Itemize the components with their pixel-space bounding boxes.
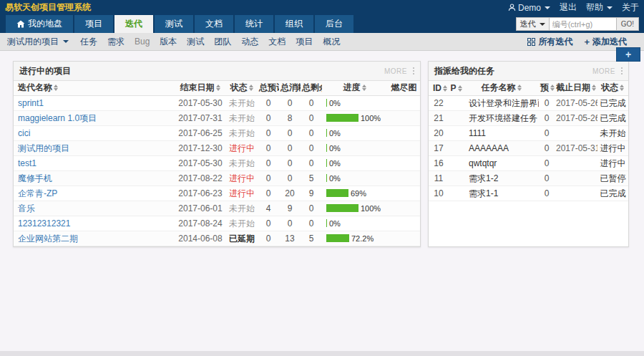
task-name-link[interactable]: 1111 (469, 128, 486, 138)
column-header[interactable]: 状态 (597, 81, 628, 95)
panel-title: 进行中的项目 (19, 65, 71, 77)
all-iterations-button[interactable]: 所有迭代 (527, 36, 572, 48)
nav-tab[interactable]: 文档 (195, 15, 233, 33)
toolbar-item[interactable]: 动态 (241, 37, 258, 47)
total-left-cell: 5 (301, 170, 322, 186)
more-link[interactable]: MORE (592, 67, 615, 75)
column-header[interactable]: 进度 (322, 81, 388, 95)
search-input[interactable] (550, 17, 617, 31)
search-module-label: 迭代 (520, 19, 536, 29)
logout-link[interactable]: 退出 (560, 1, 577, 14)
end-date-cell: 2017-08-24 (175, 216, 226, 231)
toolbar-item[interactable]: 测试 (187, 37, 204, 47)
task-name-link[interactable]: 设计登录和注册界面 (469, 98, 539, 108)
column-header[interactable]: ID (429, 81, 449, 95)
toolbar-item[interactable]: Bug (135, 37, 150, 47)
sort-icon (517, 85, 522, 91)
iteration-name-cell: test1 (14, 155, 175, 170)
table-row: 17AAAAAAA02017-05-31进行中 (429, 140, 628, 155)
nav-tab[interactable]: 测试 (155, 15, 193, 33)
user-menu[interactable]: Demo (508, 3, 550, 13)
app-window: 易软天创项目管理系统 Demo 退出 帮助 关于 我的地盘项目迭代测试文档统计组… (0, 0, 644, 356)
toolbar-item[interactable]: 版本 (160, 37, 177, 47)
column-header[interactable]: 状态 (226, 81, 258, 95)
total-estimate-cell: 0 (258, 186, 279, 201)
toolbar-item[interactable]: 概况 (323, 37, 340, 47)
deadline-cell (555, 170, 597, 186)
toolbar-item[interactable]: 项目 (296, 37, 313, 47)
table-row: maggielearn 1.0项目2017-07-31未开始080100% (14, 110, 420, 125)
task-name-link[interactable]: AAAAAAA (469, 143, 509, 153)
progress-bar (326, 144, 327, 152)
task-estimate-cell: 0 (539, 140, 555, 155)
panel-menu-icon[interactable] (413, 67, 414, 75)
toolbar-item[interactable]: 文档 (268, 37, 286, 47)
column-header[interactable]: 迭代名称 (14, 81, 175, 95)
iteration-name-link[interactable]: test1 (18, 158, 36, 168)
total-left-cell: 0 (301, 201, 322, 216)
toolbar-item[interactable]: 任务 (80, 37, 97, 47)
column-header[interactable]: P (449, 81, 464, 95)
total-consumed-cell: 0 (279, 140, 301, 155)
nav-tabs: 我的地盘项目迭代测试文档统计组织后台 (6, 15, 353, 33)
task-id-cell: 21 (429, 110, 449, 125)
table-row: 魔修手机2017-08-22进行中0050% (14, 170, 420, 186)
project-dropdown[interactable]: 测试用的项目 (7, 36, 69, 48)
add-panel-button[interactable]: + (616, 47, 640, 62)
iteration-name-link[interactable]: 音乐 (18, 203, 35, 213)
task-name-link[interactable]: qwtqtqr (469, 158, 497, 168)
search-go-button[interactable]: GO! (617, 17, 639, 31)
nav-tab[interactable]: 我的地盘 (6, 15, 73, 33)
nav-tab[interactable]: 迭代 (114, 15, 153, 33)
iteration-name-link[interactable]: 魔修手机 (18, 173, 52, 183)
task-priority-cell (449, 125, 464, 140)
iteration-name-link[interactable]: sprint1 (18, 98, 44, 108)
progress-label: 72.2% (351, 231, 374, 246)
global-search: 迭代 GO! (516, 17, 639, 31)
iteration-name-cell: maggielearn 1.0项目 (14, 110, 175, 125)
end-date-cell: 2014-06-08 (175, 231, 226, 246)
task-name-link[interactable]: 需求1-1 (469, 188, 498, 198)
nav-tab[interactable]: 项目 (74, 15, 113, 33)
deadline-cell: 2017-05-26 (555, 110, 597, 125)
nav-tab[interactable]: 统计 (235, 15, 273, 33)
more-link[interactable]: MORE (384, 67, 407, 75)
iteration-name-cell: cici (14, 125, 175, 140)
burndown-cell (388, 125, 420, 140)
search-module-dropdown[interactable]: 迭代 (516, 17, 550, 31)
end-date-cell: 2017-06-25 (175, 125, 226, 140)
sort-icon (458, 85, 463, 92)
burndown-cell (388, 216, 420, 231)
toolbar-item[interactable]: 需求 (107, 37, 125, 47)
column-header[interactable]: 任务名称 (464, 81, 539, 95)
iteration-name-link[interactable]: cici (18, 128, 30, 138)
task-name-link[interactable]: 开发环境搭建任务 (469, 113, 537, 123)
dashboard-panels: 进行中的项目 MORE 迭代名称结束日期状态总预计总消耗总剩余进度燃尽图 spr… (13, 61, 636, 247)
column-header[interactable]: 截止日期 (555, 81, 597, 95)
iteration-name-link[interactable]: 12312312321 (18, 218, 70, 228)
iteration-name-link[interactable]: 企常青-ZP (18, 188, 57, 198)
progress-label: 0% (329, 96, 341, 110)
iteration-name-link[interactable]: 企业网站第二期 (18, 234, 78, 244)
iteration-name-link[interactable]: 测试用的项目 (18, 143, 69, 153)
task-name-link[interactable]: 需求1-2 (469, 173, 498, 183)
column-header[interactable]: 结束日期 (175, 81, 226, 95)
status-cell: 已延期 (226, 231, 258, 246)
help-menu[interactable]: 帮助 (586, 1, 613, 14)
nav-tab[interactable]: 组织 (275, 15, 313, 33)
total-estimate-cell: 0 (258, 231, 279, 246)
end-date-cell: 2017-05-30 (175, 95, 226, 110)
total-estimate-cell: 0 (258, 170, 279, 186)
status-cell: 进行中 (226, 140, 258, 155)
toolbar-item[interactable]: 团队 (214, 37, 231, 47)
total-left-cell: 0 (301, 95, 322, 110)
column-header[interactable]: 预 (539, 81, 555, 95)
status-cell: 已完成 (597, 186, 628, 201)
nav-tab[interactable]: 后台 (315, 15, 353, 33)
grid-icon (527, 38, 535, 46)
about-link[interactable]: 关于 (622, 1, 639, 14)
panel-menu-icon[interactable] (621, 67, 623, 75)
progress-cell: 0% (322, 216, 388, 231)
iteration-name-link[interactable]: maggielearn 1.0项目 (18, 113, 97, 123)
add-iteration-button[interactable]: + 添加迭代 (584, 36, 627, 48)
